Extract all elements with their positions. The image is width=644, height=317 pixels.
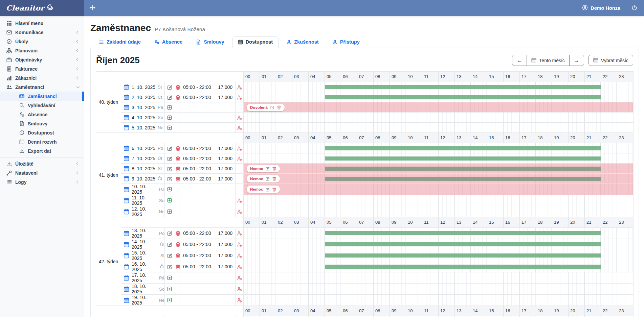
sidebar-subitem-smlouvy[interactable]: Smlouvy (0, 119, 84, 128)
timeline-cell[interactable] (244, 143, 634, 153)
absence-person-icon[interactable] (237, 156, 242, 161)
delete-availability-button[interactable] (175, 242, 181, 247)
timeline-cell[interactable] (244, 295, 634, 306)
delete-absence-button[interactable] (277, 105, 281, 109)
tab-pristupy[interactable]: Přístupy (327, 36, 365, 48)
absence-person-icon[interactable] (237, 242, 242, 247)
delete-availability-button[interactable] (175, 166, 181, 171)
absence-person-icon[interactable] (237, 253, 242, 258)
tab-zakladni-udaje[interactable]: Základní údaje (93, 36, 147, 48)
edit-absence-button[interactable] (265, 166, 270, 171)
sidebar-item-planovani[interactable]: Plánování (0, 46, 84, 55)
add-availability-button[interactable] (167, 286, 172, 292)
edit-availability-button[interactable] (167, 176, 172, 181)
prev-month-button[interactable]: ← (512, 55, 527, 66)
sidebar-subitem-export-dat[interactable]: Export dat (0, 146, 84, 155)
logout-button[interactable] (631, 5, 637, 11)
add-availability-button[interactable] (167, 297, 172, 303)
sidebar-item-logy[interactable]: Logy (0, 177, 84, 187)
timeline-cell[interactable] (244, 82, 634, 92)
tab-absence[interactable]: Absence (149, 36, 188, 48)
absence-person-icon[interactable] (237, 198, 242, 203)
sidebar-item-uloziste[interactable]: Úložiště (0, 159, 84, 168)
delete-absence-button[interactable] (272, 166, 276, 171)
absence-person-icon[interactable] (237, 275, 242, 281)
edit-availability-button[interactable] (167, 166, 172, 171)
delete-availability-button[interactable] (175, 95, 181, 100)
timeline-cell[interactable]: Nemoc (244, 174, 634, 184)
sidebar-subitem-vyhledavani[interactable]: Vyhledávání (0, 101, 84, 110)
timeline-cell[interactable] (244, 113, 634, 123)
sidebar-item-zakaznici[interactable]: Zákazníci (0, 73, 84, 82)
sidebar-collapse-button[interactable] (90, 5, 95, 11)
add-availability-button[interactable] (167, 275, 172, 281)
sidebar-item-fakturace[interactable]: Fakturace (0, 64, 84, 73)
delete-availability-button[interactable] (175, 253, 181, 258)
sidebar-item-zamestnanci[interactable]: Zaměstnanci (0, 82, 84, 92)
absence-person-icon[interactable] (237, 146, 242, 151)
absence-person-icon[interactable] (237, 231, 242, 236)
timeline-cell[interactable] (244, 153, 634, 164)
sidebar-item-hlavni-menu[interactable]: Hlavní menu (0, 19, 84, 28)
add-availability-button[interactable] (167, 125, 172, 130)
sidebar-item-objednavky[interactable]: Objednávky (0, 55, 84, 64)
timeline-cell[interactable] (244, 239, 634, 250)
user-menu[interactable]: Demo Honza (582, 5, 620, 11)
absence-person-icon[interactable] (237, 264, 242, 269)
timeline-cell[interactable]: Nemoc (244, 164, 634, 174)
timeline-cell[interactable] (244, 92, 634, 102)
edit-availability-button[interactable] (167, 253, 172, 258)
sidebar-subitem-dostupnost[interactable]: Dostupnost (0, 128, 84, 137)
absence-person-icon[interactable] (237, 209, 242, 214)
sidebar-subitem-absence[interactable]: Absence (0, 110, 84, 119)
absence-person-icon[interactable] (237, 115, 242, 120)
edit-availability-button[interactable] (167, 146, 172, 151)
delete-absence-button[interactable] (272, 187, 276, 192)
tab-dostupnost[interactable]: Dostupnost (232, 36, 279, 48)
next-month-button[interactable]: → (569, 55, 584, 66)
tab-smlouvy[interactable]: Smlouvy (190, 36, 230, 48)
add-availability-button[interactable] (167, 187, 172, 192)
timeline-cell[interactable] (244, 250, 634, 261)
timeline-cell[interactable] (244, 195, 634, 206)
absence-person-icon[interactable] (237, 125, 242, 130)
sidebar-item-nastaveni[interactable]: Nastavení (0, 168, 84, 177)
add-availability-button[interactable] (167, 105, 172, 110)
absence-person-icon[interactable] (237, 85, 242, 90)
timeline-cell[interactable]: Nemoc (244, 184, 634, 195)
absence-person-icon[interactable] (237, 287, 242, 292)
delete-absence-button[interactable] (272, 176, 276, 181)
timeline-cell[interactable] (244, 123, 634, 133)
add-availability-button[interactable] (167, 209, 172, 214)
delete-availability-button[interactable] (175, 176, 181, 181)
timeline-cell[interactable] (244, 206, 634, 217)
absence-person-icon[interactable] (237, 95, 242, 100)
edit-availability-button[interactable] (167, 95, 172, 100)
edit-availability-button[interactable] (167, 264, 172, 269)
delete-availability-button[interactable] (175, 230, 181, 236)
timeline-cell[interactable]: Dovolená (244, 102, 634, 113)
sidebar-item-ukoly[interactable]: Úkoly (0, 37, 84, 46)
sidebar-subitem-denni-rozvrh[interactable]: Denní rozvrh (0, 137, 84, 146)
delete-availability-button[interactable] (175, 146, 181, 151)
delete-availability-button[interactable] (175, 84, 181, 90)
add-availability-button[interactable] (167, 115, 172, 120)
edit-absence-button[interactable] (270, 105, 274, 109)
delete-availability-button[interactable] (175, 156, 181, 161)
edit-absence-button[interactable] (265, 176, 270, 181)
sidebar-subitem-zamestnanci[interactable]: Zaměstnanci (0, 92, 84, 101)
edit-availability-button[interactable] (167, 84, 172, 90)
edit-availability-button[interactable] (167, 230, 172, 236)
timeline-cell[interactable] (244, 261, 634, 272)
absence-person-icon[interactable] (237, 298, 242, 303)
timeline-cell[interactable] (244, 228, 634, 239)
pick-month-button[interactable]: Vybrat měsíc (589, 55, 633, 66)
edit-availability-button[interactable] (167, 242, 172, 247)
edit-availability-button[interactable] (167, 156, 172, 161)
this-month-button[interactable]: Tento měsíc (527, 55, 569, 66)
delete-availability-button[interactable] (175, 264, 181, 269)
timeline-cell[interactable] (244, 284, 634, 295)
tab-zkusenost[interactable]: Zkušenost (281, 36, 325, 48)
edit-absence-button[interactable] (265, 187, 270, 192)
add-availability-button[interactable] (167, 198, 172, 203)
